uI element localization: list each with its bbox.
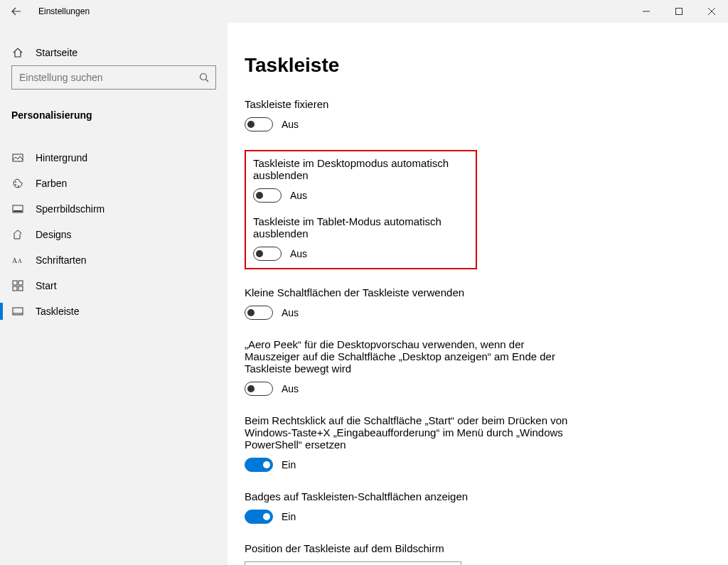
sidebar-item-label: Farben <box>36 178 67 189</box>
sidebar-item-fonts[interactable]: AA Schriftarten <box>0 247 228 273</box>
start-icon <box>11 280 24 291</box>
titlebar: Einstellungen <box>0 0 728 23</box>
sidebar-item-lockscreen[interactable]: Sperrbildschirm <box>0 196 228 222</box>
back-button[interactable] <box>0 0 33 23</box>
svg-rect-14 <box>13 286 17 291</box>
dropdown-position[interactable]: Unten <box>245 561 461 565</box>
setting-badges: Badges auf Taskleisten-Schaltflächen anz… <box>245 490 572 524</box>
svg-point-2 <box>200 74 207 80</box>
search-input[interactable] <box>11 65 216 90</box>
sidebar-home[interactable]: Startseite <box>0 40 228 65</box>
sidebar-item-label: Taskleiste <box>36 306 79 317</box>
sidebar-item-background[interactable]: Hintergrund <box>0 145 228 171</box>
setting-label: Position der Taskleiste auf dem Bildschi… <box>245 542 572 554</box>
sidebar-item-themes[interactable]: Designs <box>0 222 228 247</box>
window-title: Einstellungen <box>33 6 90 16</box>
palette-icon <box>11 178 24 189</box>
svg-rect-12 <box>13 281 17 285</box>
sidebar-item-label: Schriftarten <box>36 254 87 266</box>
sidebar-item-start[interactable]: Start <box>0 273 228 298</box>
page-heading: Taskleiste <box>245 54 711 77</box>
toggle-powershell[interactable] <box>245 458 273 472</box>
svg-rect-9 <box>14 210 22 212</box>
sidebar: Startseite Personalisierung Hintergrund <box>0 23 228 565</box>
sidebar-item-label: Sperrbildschirm <box>36 203 105 215</box>
setting-powershell: Beim Rechtsklick auf die Schaltfläche „S… <box>245 414 572 472</box>
window-controls <box>630 0 728 23</box>
sidebar-item-taskbar[interactable]: Taskleiste <box>0 298 228 324</box>
setting-aero-peek: „Aero Peek“ für die Desktopvorschau verw… <box>245 338 572 396</box>
sidebar-item-label: Hintergrund <box>36 152 87 163</box>
toggle-state: Ein <box>282 459 296 470</box>
toggle-state: Aus <box>290 190 307 201</box>
setting-small-buttons: Kleine Schaltflächen der Taskleiste verw… <box>245 286 572 320</box>
home-icon <box>11 47 24 58</box>
toggle-hide-desktop[interactable] <box>253 188 282 203</box>
setting-position: Position der Taskleiste auf dem Bildschi… <box>245 542 572 565</box>
toggle-aero-peek[interactable] <box>245 382 273 396</box>
sidebar-item-label: Start <box>36 280 57 291</box>
svg-rect-1 <box>676 9 682 15</box>
svg-text:A: A <box>12 257 18 264</box>
setting-label: Beim Rechtsklick auf die Schaltfläche „S… <box>245 414 572 451</box>
svg-line-3 <box>206 80 209 82</box>
setting-label: Kleine Schaltflächen der Taskleiste verw… <box>245 286 572 298</box>
setting-label: Taskleiste im Desktopmodus automatisch a… <box>253 157 469 181</box>
setting-label: „Aero Peek“ für die Desktopvorschau verw… <box>245 338 572 375</box>
setting-label: Taskleiste fixieren <box>245 98 572 110</box>
setting-lock-taskbar: Taskleiste fixieren Aus <box>245 98 572 131</box>
toggle-state: Ein <box>282 511 296 522</box>
setting-label: Badges auf Taskleisten-Schaltflächen anz… <box>245 490 572 502</box>
svg-point-6 <box>15 184 16 185</box>
toggle-small-buttons[interactable] <box>245 306 273 320</box>
sidebar-item-colors[interactable]: Farben <box>0 171 228 196</box>
setting-hide-desktop: Taskleiste im Desktopmodus automatisch a… <box>253 157 469 203</box>
highlight-annotation: Taskleiste im Desktopmodus automatisch a… <box>245 150 477 269</box>
picture-icon <box>11 152 24 163</box>
setting-label: Taskleiste im Tablet-Modus automatisch a… <box>253 215 469 240</box>
toggle-state: Aus <box>282 307 299 318</box>
taskbar-icon <box>11 306 24 317</box>
toggle-hide-tablet[interactable] <box>253 247 282 261</box>
content-area: Taskleiste Taskleiste fixieren Aus Taskl… <box>228 23 728 565</box>
toggle-badges[interactable] <box>245 510 273 524</box>
svg-text:A: A <box>18 258 22 264</box>
toggle-state: Aus <box>290 248 307 259</box>
lockscreen-icon <box>11 203 24 215</box>
toggle-state: Aus <box>282 119 299 130</box>
toggle-lock-taskbar[interactable] <box>245 117 273 131</box>
sidebar-home-label: Startseite <box>36 47 77 58</box>
sidebar-section-label: Personalisierung <box>0 95 228 132</box>
maximize-button[interactable] <box>663 0 695 23</box>
minimize-button[interactable] <box>630 0 663 23</box>
themes-icon <box>11 229 24 240</box>
setting-hide-tablet: Taskleiste im Tablet-Modus automatisch a… <box>253 215 469 261</box>
search-icon <box>199 72 209 82</box>
toggle-state: Aus <box>282 383 299 394</box>
svg-point-5 <box>15 181 16 183</box>
close-button[interactable] <box>695 0 728 23</box>
sidebar-item-label: Designs <box>36 229 72 240</box>
svg-point-7 <box>18 185 19 187</box>
svg-rect-13 <box>18 281 23 285</box>
fonts-icon: AA <box>11 255 24 265</box>
search-box[interactable] <box>11 65 216 90</box>
svg-rect-15 <box>18 286 23 291</box>
